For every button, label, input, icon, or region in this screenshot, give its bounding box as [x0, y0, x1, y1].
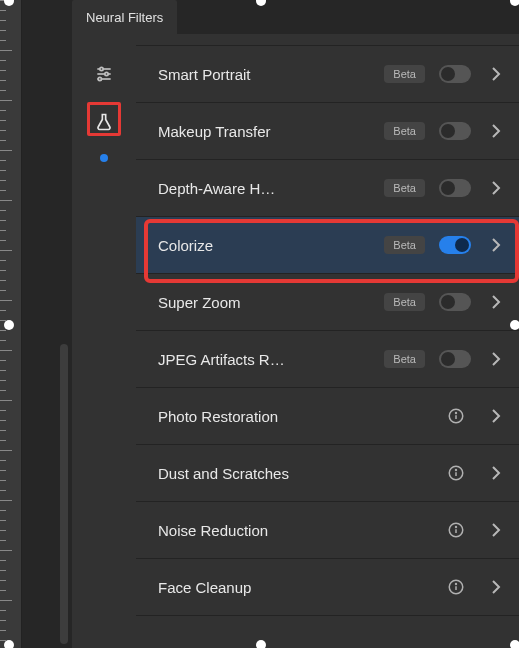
- filter-row-face-cleanup[interactable]: Face Cleanup: [136, 558, 519, 616]
- filter-toggle[interactable]: [439, 122, 471, 140]
- chevron-right-icon: [489, 409, 503, 423]
- chevron-right-icon: [489, 124, 503, 138]
- tab-label: Neural Filters: [86, 10, 163, 25]
- beta-badge: Beta: [384, 293, 425, 311]
- filter-label: Face Cleanup: [158, 579, 447, 596]
- category-sidebar: [72, 34, 136, 648]
- resize-handle[interactable]: [256, 640, 266, 648]
- tab-neural-filters[interactable]: Neural Filters: [72, 0, 177, 34]
- chevron-right-icon: [489, 67, 503, 81]
- svg-point-11: [456, 470, 457, 471]
- filter-row-dust-scratches[interactable]: Dust and Scratches: [136, 444, 519, 502]
- filter-label: Super Zoom: [158, 294, 384, 311]
- filter-list: Smart Portrait Beta Makeup Transfer Beta…: [136, 34, 519, 648]
- svg-point-17: [456, 584, 457, 585]
- filter-row-noise-reduction[interactable]: Noise Reduction: [136, 501, 519, 559]
- chevron-right-icon: [489, 181, 503, 195]
- filter-row-jpeg-artifacts[interactable]: JPEG Artifacts R… Beta: [136, 330, 519, 388]
- filter-label: Noise Reduction: [158, 522, 447, 539]
- resize-handle[interactable]: [4, 320, 14, 330]
- svg-point-8: [456, 413, 457, 414]
- chevron-right-icon: [489, 580, 503, 594]
- filter-label: Colorize: [158, 237, 384, 254]
- chevron-right-icon: [489, 238, 503, 252]
- filter-label: Makeup Transfer: [158, 123, 384, 140]
- svg-point-5: [98, 77, 101, 80]
- filter-label: Dust and Scratches: [158, 465, 447, 482]
- beta-badge: Beta: [384, 350, 425, 368]
- chevron-right-icon: [489, 352, 503, 366]
- filter-row-smart-portrait[interactable]: Smart Portrait Beta: [136, 45, 519, 103]
- filter-row-photo-restoration[interactable]: Photo Restoration: [136, 387, 519, 445]
- filter-label: Photo Restoration: [158, 408, 447, 425]
- filter-row-depth-aware-haze[interactable]: Depth-Aware H… Beta: [136, 159, 519, 217]
- beta-badge: Beta: [384, 179, 425, 197]
- filter-toggle[interactable]: [439, 179, 471, 197]
- beaker-icon[interactable]: [88, 106, 120, 138]
- filter-label: Smart Portrait: [158, 66, 384, 83]
- filter-row-super-zoom[interactable]: Super Zoom Beta: [136, 273, 519, 331]
- beta-badge: Beta: [384, 236, 425, 254]
- svg-point-14: [456, 527, 457, 528]
- resize-handle[interactable]: [4, 640, 14, 648]
- panel-body: Smart Portrait Beta Makeup Transfer Beta…: [72, 34, 519, 648]
- filter-row-colorize[interactable]: Colorize Beta: [136, 216, 519, 274]
- filter-label: JPEG Artifacts R…: [158, 351, 384, 368]
- beta-badge: Beta: [384, 65, 425, 83]
- resize-handle[interactable]: [510, 640, 519, 648]
- info-icon[interactable]: [447, 407, 465, 425]
- indicator-dot: [100, 154, 108, 162]
- filter-label: Depth-Aware H…: [158, 180, 384, 197]
- panel-tabbar: Neural Filters: [72, 0, 519, 34]
- info-icon[interactable]: [447, 464, 465, 482]
- neural-filters-panel: Neural Filters Sma: [72, 0, 519, 648]
- filter-toggle[interactable]: [439, 65, 471, 83]
- sliders-icon[interactable]: [88, 58, 120, 90]
- filter-toggle[interactable]: [439, 236, 471, 254]
- filter-toggle[interactable]: [439, 350, 471, 368]
- canvas-scrollbar[interactable]: [60, 344, 68, 644]
- chevron-right-icon: [489, 523, 503, 537]
- filter-row-makeup-transfer[interactable]: Makeup Transfer Beta: [136, 102, 519, 160]
- chevron-right-icon: [489, 295, 503, 309]
- chevron-right-icon: [489, 466, 503, 480]
- resize-handle[interactable]: [510, 320, 519, 330]
- filter-toggle[interactable]: [439, 293, 471, 311]
- info-icon[interactable]: [447, 521, 465, 539]
- beta-badge: Beta: [384, 122, 425, 140]
- resize-handle[interactable]: [510, 0, 519, 6]
- svg-point-1: [100, 67, 103, 70]
- info-icon[interactable]: [447, 578, 465, 596]
- svg-point-3: [105, 72, 108, 75]
